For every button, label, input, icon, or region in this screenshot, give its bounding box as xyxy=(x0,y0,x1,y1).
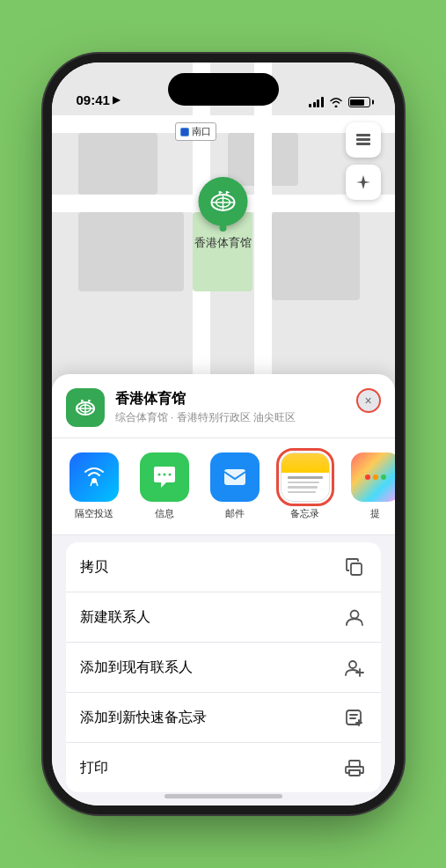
airdrop-icon xyxy=(69,452,119,502)
mail-label: 邮件 xyxy=(225,507,245,520)
status-icons xyxy=(309,97,370,107)
copy-icon xyxy=(342,555,367,579)
location-arrow-icon: ▶ xyxy=(113,94,120,106)
quick-note-icon xyxy=(342,705,367,730)
pin-label-text: 香港体育馆 xyxy=(194,235,252,251)
svg-rect-1 xyxy=(356,134,370,136)
more-icon xyxy=(351,452,395,502)
action-add-existing[interactable]: 添加到现有联系人 xyxy=(66,643,381,693)
bottom-sheet: 香港体育馆 综合体育馆 · 香港特别行政区 油尖旺区 × xyxy=(52,374,395,805)
action-list: 拷贝 新建联系人 xyxy=(66,542,381,792)
map-controls[interactable] xyxy=(346,122,381,207)
home-indicator xyxy=(165,794,282,798)
signal-icon xyxy=(309,97,324,107)
svg-rect-3 xyxy=(356,143,370,145)
svg-rect-27 xyxy=(351,563,362,575)
svg-line-22 xyxy=(96,481,98,486)
share-apps-row: 隔空投送 信息 xyxy=(52,438,395,535)
mail-icon xyxy=(210,452,260,502)
close-button[interactable]: × xyxy=(356,388,381,413)
svg-point-25 xyxy=(168,474,171,476)
svg-rect-2 xyxy=(356,138,370,141)
svg-marker-19 xyxy=(89,400,91,401)
svg-rect-38 xyxy=(349,770,360,776)
location-subtitle: 综合体育馆 · 香港特别行政区 油尖旺区 xyxy=(115,410,381,425)
svg-rect-0 xyxy=(181,129,188,136)
add-quick-note-label: 添加到新快速备忘录 xyxy=(80,709,207,727)
add-existing-icon xyxy=(342,655,367,680)
map-entrance-label: 南口 xyxy=(175,122,216,141)
svg-marker-17 xyxy=(82,400,84,401)
copy-label: 拷贝 xyxy=(80,558,108,577)
svg-line-21 xyxy=(91,481,92,486)
share-app-more[interactable]: 提 xyxy=(344,452,395,520)
print-label: 打印 xyxy=(80,759,108,777)
add-existing-label: 添加到现有联系人 xyxy=(80,658,193,677)
pin-icon xyxy=(199,177,248,226)
location-header: 香港体育馆 综合体育馆 · 香港特别行政区 油尖旺区 × xyxy=(52,374,395,438)
new-contact-label: 新建联系人 xyxy=(80,608,150,627)
svg-marker-11 xyxy=(227,191,230,194)
notes-icon xyxy=(281,452,330,502)
time-display: 09:41 xyxy=(77,92,110,107)
dynamic-island xyxy=(168,73,279,106)
svg-point-28 xyxy=(350,611,358,619)
battery-icon xyxy=(348,97,370,107)
messages-icon xyxy=(140,452,189,502)
location-icon xyxy=(66,388,105,427)
share-app-airdrop[interactable]: 隔空投送 xyxy=(62,452,126,520)
location-button[interactable] xyxy=(346,165,381,200)
action-print[interactable]: 打印 xyxy=(66,743,381,792)
map-layers-button[interactable] xyxy=(346,122,381,158)
printer-icon xyxy=(342,755,367,780)
close-icon: × xyxy=(364,394,371,408)
svg-point-29 xyxy=(349,661,356,668)
wifi-icon xyxy=(329,97,343,107)
messages-label: 信息 xyxy=(155,507,174,520)
more-label: 提 xyxy=(370,507,380,520)
status-time: 09:41 ▶ xyxy=(77,92,120,107)
svg-rect-26 xyxy=(224,469,245,485)
svg-marker-9 xyxy=(220,191,223,194)
svg-point-23 xyxy=(157,474,160,476)
action-add-quick-note[interactable]: 添加到新快速备忘录 xyxy=(66,693,381,743)
notes-label: 备忘录 xyxy=(290,507,319,520)
location-info: 香港体育馆 综合体育馆 · 香港特别行政区 油尖旺区 xyxy=(115,390,381,425)
location-name: 香港体育馆 xyxy=(115,390,381,408)
airdrop-label: 隔空投送 xyxy=(75,507,113,520)
action-new-contact[interactable]: 新建联系人 xyxy=(66,592,381,643)
action-copy[interactable]: 拷贝 xyxy=(66,542,381,592)
svg-point-24 xyxy=(163,474,165,476)
share-app-mail[interactable]: 邮件 xyxy=(203,452,267,520)
phone-frame: 09:41 ▶ xyxy=(52,63,395,805)
entrance-label-text: 南口 xyxy=(192,125,211,138)
svg-rect-37 xyxy=(349,761,360,767)
share-app-notes[interactable]: 备忘录 xyxy=(274,452,337,520)
stadium-pin[interactable]: 香港体育馆 xyxy=(194,177,252,251)
new-contact-icon xyxy=(342,605,367,629)
share-app-messages[interactable]: 信息 xyxy=(133,452,196,520)
